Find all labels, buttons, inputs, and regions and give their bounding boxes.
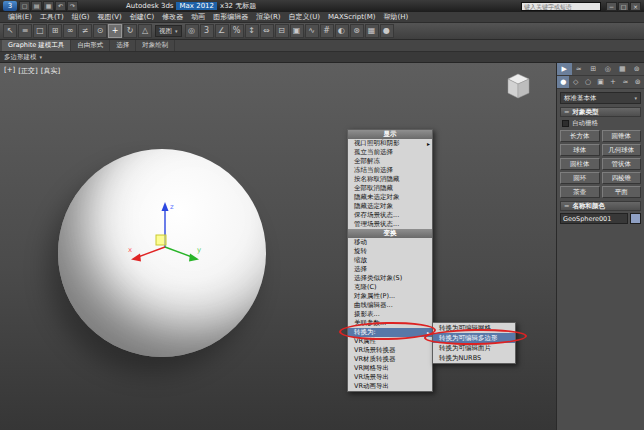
select-and-link-icon[interactable]: ∞ — [63, 24, 77, 38]
menu-item[interactable]: 组(G) — [68, 12, 94, 23]
menu-item[interactable]: 帮助(H) — [380, 12, 413, 23]
cameras-category-icon[interactable]: ▣ — [594, 76, 606, 88]
context-menu-item[interactable]: 视口照明和阴影 — [348, 139, 432, 148]
select-and-scale-icon[interactable]: △ — [138, 24, 152, 38]
unlink-selection-icon[interactable]: ≠ — [78, 24, 92, 38]
motion-tab-icon[interactable]: ◎ — [601, 63, 616, 75]
rectangular-selection-region-icon[interactable]: □ — [33, 24, 47, 38]
primitive-button[interactable]: 几何球体 — [602, 144, 642, 156]
context-menu-item[interactable]: 对象属性(P)... — [348, 292, 432, 301]
context-menu-item[interactable]: 选择类似对象(S) — [348, 274, 432, 283]
primitive-button[interactable]: 茶壶 — [560, 186, 600, 198]
window-crossing-icon[interactable]: ⊞ — [48, 24, 62, 38]
context-menu-item[interactable]: 变换 — [348, 229, 432, 238]
angle-snap-icon[interactable]: ∠ — [215, 24, 229, 38]
ribbon-tab[interactable]: 选择 — [110, 40, 136, 51]
select-and-rotate-icon[interactable]: ↻ — [123, 24, 137, 38]
context-menu-item[interactable]: VR动画导出 — [348, 382, 432, 391]
rendered-frame-icon[interactable]: ▦ — [365, 24, 379, 38]
primitive-button[interactable]: 球体 — [560, 144, 600, 156]
percent-snap-icon[interactable]: % — [230, 24, 244, 38]
modify-tab-icon[interactable]: ≈ — [572, 63, 587, 75]
object-color-swatch[interactable] — [630, 213, 641, 224]
object-name-input[interactable] — [560, 213, 628, 224]
context-menu-item[interactable]: VR属性 — [348, 337, 432, 346]
context-menu-item[interactable]: 保存场景状态... — [348, 211, 432, 220]
context-menu-item[interactable]: VR材质转换器 — [348, 355, 432, 364]
menu-item[interactable]: 修改器 — [158, 12, 187, 23]
context-menu-item[interactable]: VR场景导出 — [348, 373, 432, 382]
context-menu-item[interactable]: 全部取消隐藏 — [348, 184, 432, 193]
convert-to-submenu-item[interactable]: 转换为可编辑网格 — [433, 323, 515, 333]
material-editor-icon[interactable]: ◐ — [335, 24, 349, 38]
display-tab-icon[interactable]: ▦ — [615, 63, 630, 75]
ribbon-tab[interactable]: Graphite 建模工具 — [2, 40, 71, 51]
align-icon[interactable]: ⊟ — [275, 24, 289, 38]
schematic-view-icon[interactable]: # — [320, 24, 334, 38]
context-menu-item[interactable]: 按名称取消隐藏 — [348, 175, 432, 184]
layer-manager-icon[interactable]: ▣ — [290, 24, 304, 38]
open-file-icon[interactable]: ▤ — [31, 1, 42, 11]
shapes-category-icon[interactable]: ◇ — [569, 76, 581, 88]
geometry-category-icon[interactable]: ● — [557, 76, 569, 88]
context-menu-item[interactable]: 管理场景状态... — [348, 220, 432, 229]
convert-to-submenu-item[interactable]: 转换为NURBS — [433, 353, 515, 363]
primitive-button[interactable]: 平面 — [602, 186, 642, 198]
menu-item[interactable]: 自定义(U) — [284, 12, 324, 23]
create-tab-icon[interactable]: ▶ — [557, 63, 572, 75]
curve-editor-icon[interactable]: ∿ — [305, 24, 319, 38]
name-color-rollout-header[interactable]: − 名称和颜色 — [560, 201, 641, 211]
primitive-button[interactable]: 四棱锥 — [602, 172, 642, 184]
menu-item[interactable]: MAXScript(M) — [324, 12, 379, 23]
primitive-button[interactable]: 圆环 — [560, 172, 600, 184]
perspective-viewport[interactable]: [+][正交][真实] z x y — [0, 63, 556, 430]
select-object-icon[interactable]: ↖ — [3, 24, 17, 38]
context-menu-item[interactable]: 旋转 — [348, 247, 432, 256]
context-menu-item[interactable]: 冻结当前选择 — [348, 166, 432, 175]
use-center-icon[interactable]: ◎ — [185, 24, 199, 38]
helpers-category-icon[interactable]: + — [607, 76, 619, 88]
context-menu-item[interactable]: 全部解冻 — [348, 157, 432, 166]
context-menu-item[interactable]: 关联参数... — [348, 319, 432, 328]
spinner-snap-icon[interactable]: ↕ — [245, 24, 259, 38]
primitive-button[interactable]: 圆柱体 — [560, 158, 600, 170]
select-and-move-icon[interactable]: + — [108, 24, 122, 38]
context-menu-item[interactable]: VR网格导出 — [348, 364, 432, 373]
ribbon-tab[interactable]: 自由形式 — [71, 40, 110, 51]
close-button[interactable]: × — [630, 2, 641, 11]
context-menu-item[interactable]: 孤立当前选择 — [348, 148, 432, 157]
infocenter-search-input[interactable] — [521, 2, 601, 11]
object-type-rollout-header[interactable]: − 对象类型 — [560, 107, 641, 117]
context-menu-item[interactable]: 隐藏选定对象 — [348, 202, 432, 211]
maximize-button[interactable]: □ — [618, 2, 629, 11]
context-menu-item[interactable]: 曲线编辑器... — [348, 301, 432, 310]
ribbon-tab[interactable]: 对象绘制 — [136, 40, 175, 51]
utilities-tab-icon[interactable]: ⊚ — [630, 63, 644, 75]
menu-item[interactable]: 编辑(E) — [4, 12, 36, 23]
ribbon-panel-bar[interactable]: 多边形建模 ▾ — [0, 52, 644, 63]
context-menu-item[interactable]: 移动 — [348, 238, 432, 247]
mirror-icon[interactable]: ⇔ — [260, 24, 274, 38]
lights-category-icon[interactable]: ○ — [582, 76, 594, 88]
bind-to-space-warp-icon[interactable]: ⊙ — [93, 24, 107, 38]
transform-gizmo[interactable]: z x y — [120, 195, 210, 290]
viewport-label[interactable]: [正交] — [18, 66, 37, 76]
menu-item[interactable]: 工具(T) — [36, 12, 68, 23]
context-menu-item[interactable]: 缩放 — [348, 256, 432, 265]
convert-to-submenu-item[interactable]: 转换为可编辑面片 — [433, 343, 515, 353]
select-by-name-icon[interactable]: ≡ — [18, 24, 32, 38]
reference-coordinate-dropdown[interactable]: 视图 ▾ — [155, 25, 182, 37]
space-warps-category-icon[interactable]: ≈ — [619, 76, 631, 88]
menu-item[interactable]: 创建(C) — [126, 12, 158, 23]
render-setup-icon[interactable]: ⊛ — [350, 24, 364, 38]
menu-item[interactable]: 渲染(R) — [252, 12, 284, 23]
viewport-label[interactable]: [+] — [4, 66, 15, 76]
convert-to-submenu-item[interactable]: 转换为可编辑多边形 — [433, 333, 515, 343]
minimize-button[interactable]: − — [606, 2, 617, 11]
application-menu-button[interactable]: 3 — [3, 1, 17, 11]
autogrid-checkbox[interactable] — [562, 120, 569, 127]
redo-icon[interactable]: ↷ — [67, 1, 78, 11]
primitive-button[interactable]: 管状体 — [602, 158, 642, 170]
primitive-button[interactable]: 圆锥体 — [602, 130, 642, 142]
new-file-icon[interactable]: ▢ — [19, 1, 30, 11]
